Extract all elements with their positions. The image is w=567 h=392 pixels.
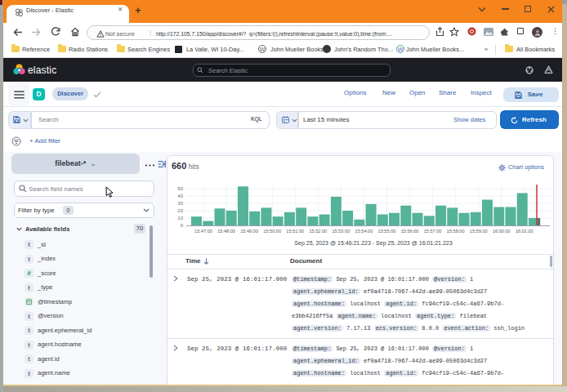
svg-text:15:59:00: 15:59:00 [470,229,488,234]
svg-text:40: 40 [177,194,183,198]
svg-text:30: 30 [177,201,183,206]
svg-text:15:55:00: 15:55:00 [378,229,396,234]
svg-text:10: 10 [177,216,183,220]
svg-text:15:54:00: 15:54:00 [355,229,373,234]
svg-text:15:56:00: 15:56:00 [401,229,419,234]
svg-text:16:00:00: 16:00:00 [493,229,511,234]
svg-text:15:58:00: 15:58:00 [447,229,465,234]
svg-text:15:52:00: 15:52:00 [309,229,327,234]
svg-text:15:57:00: 15:57:00 [424,229,442,234]
svg-text:15:53:00: 15:53:00 [332,229,350,234]
svg-text:0: 0 [181,223,184,228]
svg-text:50: 50 [177,186,183,191]
svg-text:15:49:00: 15:49:00 [240,229,258,234]
svg-text:15:50:00: 15:50:00 [263,229,281,234]
svg-text:16:01:00: 16:01:00 [516,229,534,234]
svg-text:15:51:00: 15:51:00 [286,229,304,234]
svg-text:15:47:00: 15:47:00 [194,229,212,234]
svg-text:20: 20 [177,208,183,213]
svg-text:15:48:00: 15:48:00 [217,229,235,234]
